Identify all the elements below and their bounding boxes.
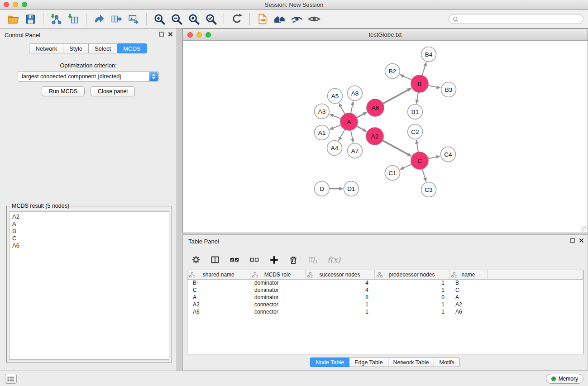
graph-edge-B-B1[interactable] (416, 92, 418, 104)
column-header-shared-name[interactable]: shared name (187, 270, 250, 279)
table-cell[interactable]: dominator (250, 286, 305, 294)
tab-style[interactable]: Style (63, 43, 89, 53)
export-network-button[interactable] (92, 12, 106, 26)
graph-edge-A-A8[interactable] (351, 101, 353, 113)
delete-column-button[interactable] (288, 255, 298, 265)
graph-edge-A2-C[interactable] (382, 140, 411, 156)
table-cell[interactable]: connector (250, 301, 305, 308)
table-cell[interactable]: C (187, 286, 250, 294)
table-cell[interactable]: 1 (374, 279, 449, 286)
mcds-result-item[interactable]: A6 (10, 242, 169, 249)
table-cell[interactable]: 1 (374, 308, 449, 315)
table-cell[interactable]: B (187, 279, 250, 286)
tab-network[interactable]: Network (29, 43, 63, 53)
tab-network-table[interactable]: Network Table (388, 357, 435, 367)
zoom-fit-button[interactable] (186, 12, 201, 26)
close-table-panel-button[interactable] (579, 238, 584, 243)
network-minimize-button[interactable] (196, 32, 202, 38)
style-preview-button[interactable] (290, 12, 304, 26)
close-panel-button[interactable]: Close panel (91, 86, 135, 96)
network-maximize-button[interactable] (206, 32, 211, 38)
table-cell[interactable]: dominator (250, 279, 305, 286)
graph-edge-A-A4[interactable] (339, 129, 345, 141)
window-resize-handle[interactable] (581, 226, 587, 232)
zoom-selected-button[interactable] (204, 12, 218, 26)
graph-edge-C-C1[interactable] (400, 164, 412, 170)
graph-edge-A-A6[interactable] (357, 112, 367, 118)
close-window-button[interactable] (4, 2, 9, 7)
mcds-result-item[interactable]: B (10, 228, 169, 235)
tab-select[interactable]: Select (88, 43, 117, 53)
table-cell[interactable]: B (449, 279, 488, 286)
graph-edge-A-A1[interactable] (330, 125, 341, 129)
graph-edge-A-A3[interactable] (330, 114, 341, 119)
refresh-button[interactable] (229, 12, 244, 26)
search-input[interactable] (461, 16, 579, 22)
tab-motifs[interactable]: Motifs (434, 357, 459, 367)
memory-button[interactable]: Memory (546, 374, 583, 384)
column-header-name[interactable]: name (449, 270, 488, 279)
graph-edge-B-B4[interactable] (422, 62, 426, 76)
maximize-window-button[interactable] (22, 2, 27, 7)
table-cell[interactable]: 1 (374, 286, 449, 294)
table-cell[interactable]: 1 (305, 308, 374, 315)
show-columns-button[interactable] (210, 255, 220, 265)
table-cell[interactable]: A6 (187, 308, 250, 315)
table-cell[interactable]: A (187, 294, 250, 301)
graph-edge-A-A2[interactable] (357, 126, 367, 131)
table-cell[interactable]: C (449, 286, 488, 294)
column-header-mcds-role[interactable]: MCDS role (250, 270, 305, 279)
table-cell[interactable]: connector (250, 308, 305, 315)
tab-node-table[interactable]: Node Table (310, 357, 349, 367)
save-session-button[interactable] (23, 12, 38, 26)
table-settings-button[interactable] (191, 255, 201, 265)
graph-edge-A6-B[interactable] (383, 88, 411, 104)
table-cell[interactable]: A (449, 294, 488, 301)
graph-edge-B-B3[interactable] (428, 86, 440, 88)
show-graphics-button[interactable] (307, 12, 321, 26)
table-row[interactable]: A2connector11A2 (187, 301, 583, 308)
table-cell[interactable]: dominator (250, 294, 305, 301)
run-mcds-button[interactable]: Run MCDS (42, 86, 85, 96)
mcds-result-item[interactable]: C (10, 235, 169, 242)
mcds-result-item[interactable]: A2 (10, 213, 169, 220)
network-canvas[interactable]: B4B2BB3A5A8A6B1A3AC2A1A2A4A7C4CC1C3DD1 (183, 41, 588, 233)
graph-edge-C-C2[interactable] (416, 140, 418, 152)
home-button[interactable] (272, 12, 287, 26)
network-close-button[interactable] (187, 32, 193, 38)
open-session-file-button[interactable] (255, 12, 270, 26)
graph-edge-A-A7[interactable] (351, 130, 354, 143)
graph-edge-C-C3[interactable] (422, 169, 426, 181)
select-all-columns-button[interactable] (229, 255, 240, 265)
column-header-predecessor-nodes[interactable]: predecessor nodes (374, 270, 449, 279)
table-row[interactable]: A6connector11A6 (187, 308, 583, 315)
graph-edge-C-C4[interactable] (428, 156, 440, 159)
import-network-button[interactable] (49, 12, 63, 26)
import-table-button[interactable] (66, 12, 81, 26)
table-cell[interactable]: 4 (305, 279, 374, 286)
table-row[interactable]: Bdominator41B (187, 279, 583, 286)
table-cell[interactable]: 1 (374, 301, 449, 308)
network-graph[interactable]: B4B2BB3A5A8A6B1A3AC2A1A2A4A7C4CC1C3DD1 (183, 41, 588, 233)
export-image-button[interactable] (126, 12, 141, 26)
table-cell[interactable]: 8 (305, 294, 374, 301)
float-panel-button[interactable] (159, 32, 164, 37)
tab-mcds[interactable]: MCDS (117, 43, 147, 53)
deselect-all-columns-button[interactable] (249, 255, 260, 265)
create-column-button[interactable] (269, 255, 279, 265)
search-box[interactable] (449, 14, 583, 24)
mcds-result-item[interactable]: A (10, 220, 169, 228)
graph-edge-B-B2[interactable] (400, 75, 412, 80)
delete-table-button[interactable] (307, 255, 318, 265)
table-cell[interactable]: A2 (187, 301, 250, 308)
table-cell[interactable]: 1 (305, 301, 374, 308)
table-cell[interactable]: A6 (449, 308, 488, 315)
graph-edge-A-A5[interactable] (339, 103, 345, 114)
table-cell[interactable]: 4 (305, 286, 374, 294)
optimization-criterion-select[interactable]: largest connected component (directed) (18, 71, 159, 82)
function-builder-label[interactable]: f(x) (327, 255, 340, 264)
open-file-button[interactable] (6, 12, 20, 26)
minimize-window-button[interactable] (13, 2, 18, 7)
network-window-titlebar[interactable]: testGlobe.txt (183, 29, 588, 41)
mcds-result-list[interactable]: A2ABCA6 (9, 211, 169, 360)
